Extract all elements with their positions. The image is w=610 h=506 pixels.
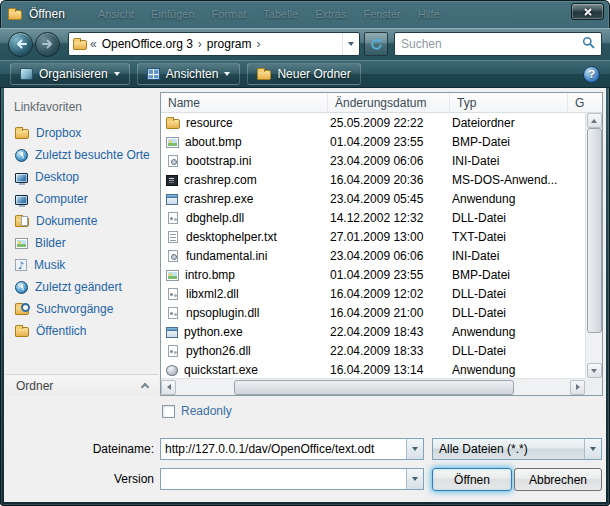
breadcrumb-separator[interactable]: › xyxy=(257,37,261,51)
column-header-modified[interactable]: Änderungsdatum xyxy=(328,93,450,112)
public-icon xyxy=(15,327,29,337)
sidebar-item-dokumente[interactable]: Dokumente xyxy=(6,210,158,232)
chevron-down-icon xyxy=(348,42,354,46)
search-box[interactable] xyxy=(394,32,602,56)
filename-label: Dateiname: xyxy=(4,438,154,461)
breadcrumb-separator[interactable]: › xyxy=(198,37,202,51)
column-header-row: Name Änderungsdatum Typ G xyxy=(161,93,602,113)
horizontal-scrollbar[interactable] xyxy=(161,378,585,395)
sidebar-item-desktop[interactable]: Desktop xyxy=(6,166,158,188)
file-row-crashrep-exe[interactable]: crashrep.exe 23.04.2009 05:45 Anwendung xyxy=(161,189,585,208)
background-menu-item: Extras xyxy=(315,8,346,20)
readonly-checkbox[interactable] xyxy=(162,405,175,418)
column-header-name[interactable]: Name xyxy=(161,93,328,112)
open-button[interactable]: Öffnen xyxy=(432,468,512,491)
file-row-desktophelper-txt[interactable]: desktophelper.txt 27.01.2009 13:00 TXT-D… xyxy=(161,227,585,246)
version-label: Version xyxy=(4,468,154,491)
version-combobox[interactable] xyxy=(160,468,424,490)
music-icon xyxy=(15,259,27,271)
sidebar-item-musik[interactable]: Musik xyxy=(6,254,158,276)
folders-expander[interactable]: Ordner xyxy=(6,374,158,396)
new-folder-icon xyxy=(257,70,271,80)
file-row-dbghelp-dll[interactable]: dbghelp.dll 14.12.2002 12:32 DLL-Datei xyxy=(161,208,585,227)
views-button[interactable]: Ansichten xyxy=(137,63,241,85)
computer-icon xyxy=(15,195,28,205)
dll-icon xyxy=(168,307,178,319)
column-header-size[interactable]: G xyxy=(568,93,602,112)
version-value xyxy=(161,469,406,489)
breadcrumb-segment-openoffice[interactable]: OpenOffice.org 3 xyxy=(100,37,195,51)
organize-button[interactable]: Organisieren xyxy=(10,63,130,85)
open-file-dialog: Öffnen Ansicht Einfügen Format Tabelle E… xyxy=(0,0,610,506)
vertical-scroll-track[interactable] xyxy=(587,128,602,363)
background-menu-item: Hilfe xyxy=(418,8,440,20)
titlebar: Öffnen Ansicht Einfügen Format Tabelle E… xyxy=(0,0,610,28)
sidebar-item-suchvorg-nge[interactable]: Suchvorgänge xyxy=(6,298,158,320)
file-row-quickstart-exe[interactable]: quickstart.exe 16.04.2009 13:14 Anwendun… xyxy=(161,360,585,378)
horizontal-scroll-track[interactable] xyxy=(176,380,570,395)
filetype-combobox[interactable]: Alle Dateien (*.*) xyxy=(432,438,602,460)
organize-label: Organisieren xyxy=(39,67,108,81)
scroll-right-button[interactable] xyxy=(570,380,585,395)
filename-input[interactable] xyxy=(161,439,406,459)
column-header-type[interactable]: Typ xyxy=(450,93,568,112)
cancel-button[interactable]: Abbrechen xyxy=(514,468,602,491)
file-row-libxml2-dll[interactable]: libxml2.dll 16.04.2009 12:02 DLL-Datei xyxy=(161,284,585,303)
new-folder-button[interactable]: Neuer Ordner xyxy=(247,63,360,85)
recent-icon xyxy=(15,149,28,162)
filename-combobox[interactable] xyxy=(160,438,424,460)
back-button[interactable] xyxy=(8,32,33,57)
file-row-crashrep-com[interactable]: crashrep.com 16.04.2009 20:36 MS-DOS-Anw… xyxy=(161,170,585,189)
arrow-left-icon xyxy=(167,384,171,390)
help-button[interactable]: ? xyxy=(583,66,600,83)
vertical-scrollbar[interactable] xyxy=(585,113,602,378)
documents-icon xyxy=(15,217,29,227)
sidebar-item-dropbox[interactable]: Dropbox xyxy=(6,122,158,144)
dialog-title: Öffnen xyxy=(29,7,65,21)
background-menu-item: Format xyxy=(212,8,247,20)
app-icon xyxy=(166,194,178,205)
sidebar-item-computer[interactable]: Computer xyxy=(6,188,158,210)
arrow-down-icon xyxy=(591,369,597,373)
filetype-dropdown-button[interactable] xyxy=(584,439,601,459)
breadcrumb-segment-program[interactable]: program xyxy=(205,37,254,51)
search-icon[interactable] xyxy=(582,36,595,52)
address-history-dropdown[interactable] xyxy=(342,33,359,55)
scroll-left-button[interactable] xyxy=(161,380,176,395)
forward-button[interactable] xyxy=(35,32,60,57)
sidebar-item-zuletzt-besuchte-orte[interactable]: Zuletzt besuchte Orte xyxy=(6,144,158,166)
close-button[interactable] xyxy=(571,3,604,20)
file-row-npsoplugin-dll[interactable]: npsoplugin.dll 16.04.2009 21:00 DLL-Date… xyxy=(161,303,585,322)
msdos-icon xyxy=(166,175,178,186)
vertical-scroll-thumb[interactable] xyxy=(587,128,602,333)
folder-icon xyxy=(166,119,180,129)
breadcrumb-address-bar[interactable]: « OpenOffice.org 3 › program › xyxy=(68,32,360,56)
breadcrumb-overflow-chevron[interactable]: « xyxy=(90,37,97,51)
image-icon xyxy=(166,137,179,148)
file-row-fundamental-ini[interactable]: fundamental.ini 23.04.2009 06:06 INI-Dat… xyxy=(161,246,585,265)
horizontal-scroll-thumb[interactable] xyxy=(234,380,514,395)
command-toolbar: Organisieren Ansichten Neuer Ordner ? xyxy=(0,60,610,88)
file-row-python26-dll[interactable]: python26.dll 22.04.2009 18:33 DLL-Datei xyxy=(161,341,585,360)
chevron-down-icon xyxy=(412,447,418,451)
file-row-bootstrap-ini[interactable]: bootstrap.ini 23.04.2009 06:06 INI-Datei xyxy=(161,151,585,170)
file-row-resource[interactable]: resource 25.05.2009 22:22 Dateiordner xyxy=(161,113,585,132)
version-dropdown-button[interactable] xyxy=(406,469,423,489)
scroll-down-button[interactable] xyxy=(587,363,602,378)
search-input[interactable] xyxy=(401,37,578,51)
file-row-about-bmp[interactable]: about.bmp 01.04.2009 23:55 BMP-Datei xyxy=(161,132,585,151)
sidebar-item-ffentlich[interactable]: Öffentlich xyxy=(6,320,158,342)
refresh-button[interactable] xyxy=(364,32,388,56)
navigation-pane: Linkfavoriten Dropbox Zuletzt besuchte O… xyxy=(6,92,158,396)
chevron-up-icon xyxy=(141,383,149,391)
scroll-up-button[interactable] xyxy=(587,113,602,128)
file-row-intro-bmp[interactable]: intro.bmp 01.04.2009 23:55 BMP-Datei xyxy=(161,265,585,284)
sidebar-item-zuletzt-ge-ndert[interactable]: Zuletzt geändert xyxy=(6,276,158,298)
arrow-right-icon xyxy=(576,384,580,390)
dll-icon xyxy=(168,288,178,300)
sidebar-item-bilder[interactable]: Bilder xyxy=(6,232,158,254)
filename-dropdown-button[interactable] xyxy=(406,439,423,459)
file-row-python-exe[interactable]: python.exe 22.04.2009 18:43 Anwendung xyxy=(161,322,585,341)
chevron-down-icon xyxy=(412,477,418,481)
dll-icon xyxy=(168,212,178,224)
